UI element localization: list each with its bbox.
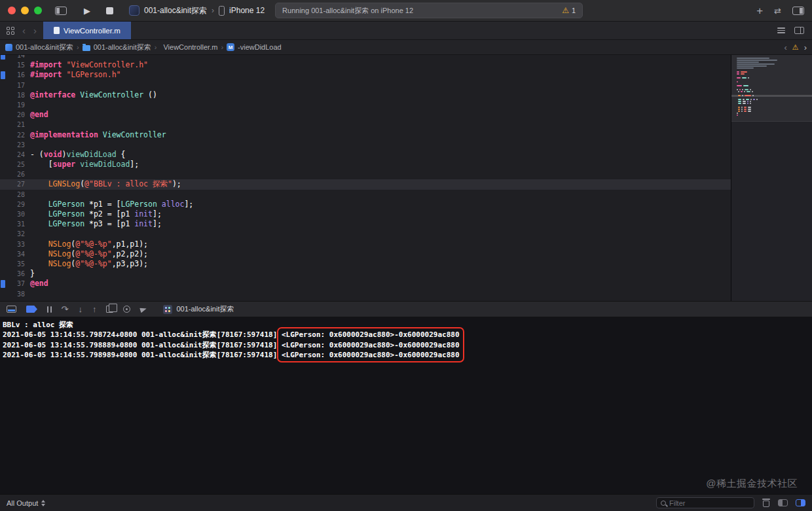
code-line[interactable]: 32 [0, 229, 731, 239]
line-number[interactable]: 14 [5, 55, 25, 60]
code-line[interactable]: 26 [0, 169, 731, 179]
view-hierarchy-icon[interactable] [106, 306, 113, 313]
line-number[interactable]: 20 [5, 110, 25, 120]
line-number[interactable]: 25 [5, 160, 25, 169]
code-line[interactable]: 36} [0, 269, 731, 279]
console[interactable]: BBLv : alloc 探索2021-06-05 13:14:55.79872… [0, 317, 812, 494]
add-editor-icon[interactable] [794, 27, 804, 34]
tab-viewcontroller[interactable]: ViewController.m [43, 22, 131, 39]
process-chip[interactable]: 001-alloc&init探索 [163, 304, 234, 314]
line-number[interactable]: 17 [5, 80, 25, 90]
line-number[interactable]: 32 [5, 229, 25, 239]
minimap[interactable] [731, 55, 812, 301]
pause-execution-icon[interactable] [47, 306, 52, 313]
jump-bar-item-method[interactable]: M-viewDidLoad [227, 43, 282, 51]
line-number[interactable]: 15 [5, 60, 25, 70]
minimap-bar [743, 85, 748, 86]
simulate-location-icon[interactable] [139, 306, 147, 313]
console-filter-input[interactable]: Filter [656, 497, 754, 508]
code-line[interactable]: 35 NSLog(@"%@-%p",p3,p3); [0, 259, 731, 269]
code-line[interactable]: 38 [0, 289, 731, 299]
clear-console-icon[interactable] [762, 499, 770, 507]
jump-bar-item-project[interactable]: 001-alloc&init探索 [5, 43, 73, 52]
warning-badge[interactable]: ⚠ 1 [562, 7, 576, 14]
hide-debug-area-icon[interactable] [7, 306, 16, 313]
line-number[interactable]: 36 [5, 269, 25, 279]
line-number[interactable]: 31 [5, 219, 25, 229]
step-into-icon[interactable]: ↓ [78, 305, 83, 313]
line-number[interactable]: 35 [5, 259, 25, 269]
code-line[interactable]: 37@end [0, 279, 731, 289]
line-number[interactable]: 18 [5, 90, 25, 100]
close-window-button[interactable] [8, 7, 16, 14]
line-number[interactable]: 29 [5, 200, 25, 209]
line-number[interactable]: 21 [5, 120, 25, 130]
tab-bar: ‹ › ViewController.m [0, 22, 812, 40]
toggle-inspector-icon[interactable] [792, 7, 804, 15]
minimap-bar [737, 115, 738, 116]
jump-bar-item-file[interactable]: ViewController.m [160, 43, 217, 51]
device-selector[interactable]: iPhone 12 [229, 6, 265, 15]
code-line[interactable]: 34 NSLog(@"%@-%p",p2,p2); [0, 249, 731, 259]
toggle-navigator-icon[interactable] [55, 7, 67, 15]
code-line[interactable]: 18@interface ViewController () [0, 90, 731, 100]
code-line[interactable]: 23 [0, 140, 731, 150]
line-number[interactable]: 26 [5, 169, 25, 179]
code-line[interactable]: 22@implementation ViewController [0, 130, 731, 140]
show-console-view-icon[interactable] [796, 499, 805, 506]
library-add-icon[interactable]: + [756, 5, 763, 16]
minimize-window-button[interactable] [21, 7, 29, 14]
step-out-icon[interactable]: ↑ [92, 305, 97, 313]
code-token [157, 200, 162, 209]
code-line[interactable]: 25 [super viewDidLoad]; [0, 160, 731, 169]
line-number[interactable]: 27 [5, 179, 25, 189]
line-number[interactable]: 30 [5, 209, 25, 219]
line-number[interactable]: 16 [5, 70, 25, 80]
source-editor[interactable]: 1415#import "ViewController.h"16#import … [0, 55, 731, 301]
stop-button[interactable] [106, 7, 113, 14]
back-chevron-icon[interactable]: ‹ [22, 26, 26, 35]
previous-issue-icon[interactable]: ‹ [784, 43, 786, 52]
code-line[interactable]: 20@end [0, 110, 731, 120]
line-number[interactable]: 19 [5, 100, 25, 110]
line-number[interactable]: 34 [5, 249, 25, 259]
code-line[interactable]: 27 LGNSLog(@"BBLv : alloc 探索"); [0, 179, 731, 189]
run-button[interactable]: ▶ [84, 6, 90, 16]
code-line[interactable]: 29 LGPerson *p1 = [LGPerson alloc]; [0, 200, 731, 209]
forward-chevron-icon[interactable]: › [33, 26, 37, 35]
code-line[interactable]: 33 NSLog(@"%@-%p",p1,p1); [0, 239, 731, 249]
code-line[interactable]: 14 [0, 55, 731, 60]
next-issue-icon[interactable]: › [804, 43, 807, 52]
code-line[interactable]: 21 [0, 120, 731, 130]
line-number[interactable]: 23 [5, 140, 25, 150]
code-line[interactable]: 31 LGPerson *p3 = [p1 init]; [0, 219, 731, 229]
code-line[interactable]: 17 [0, 80, 731, 90]
code-text: NSLog(@"%@-%p",p2,p2); [30, 249, 148, 259]
code-line[interactable]: 28 [0, 190, 731, 200]
line-number[interactable]: 37 [5, 279, 25, 289]
code-line[interactable]: 16#import "LGPerson.h" [0, 70, 731, 80]
related-items-icon[interactable] [7, 27, 14, 35]
line-number[interactable]: 24 [5, 150, 25, 160]
scheme-selector[interactable]: 001-alloc&init探索 [144, 5, 207, 16]
breakpoints-toggle-icon[interactable] [26, 306, 37, 313]
line-number[interactable]: 38 [5, 289, 25, 299]
line-number[interactable]: 33 [5, 239, 25, 249]
code-line[interactable]: 15#import "ViewController.h" [0, 60, 731, 70]
code-line[interactable]: 19 [0, 100, 731, 110]
jump-bar-item-folder[interactable]: 001-alloc&init探索 [83, 43, 151, 52]
output-scope-selector[interactable]: All Output [7, 499, 45, 507]
editor-options-icon[interactable] [777, 27, 785, 33]
memory-graph-icon[interactable] [123, 306, 130, 313]
fullscreen-window-button[interactable] [34, 7, 42, 14]
toolbar-right: + ⇄ [756, 5, 804, 16]
line-number[interactable]: 22 [5, 130, 25, 140]
line-number[interactable]: 28 [5, 190, 25, 200]
code-line[interactable]: 30 LGPerson *p2 = [p1 init]; [0, 209, 731, 219]
step-over-icon[interactable]: ↷ [62, 305, 69, 313]
code-line[interactable]: 24- (void)viewDidLoad { [0, 150, 731, 160]
code-token: void [44, 150, 62, 159]
show-variables-view-icon[interactable] [778, 499, 788, 506]
editor-arrows-icon[interactable]: ⇄ [774, 6, 781, 16]
minimap-bar [752, 91, 753, 92]
